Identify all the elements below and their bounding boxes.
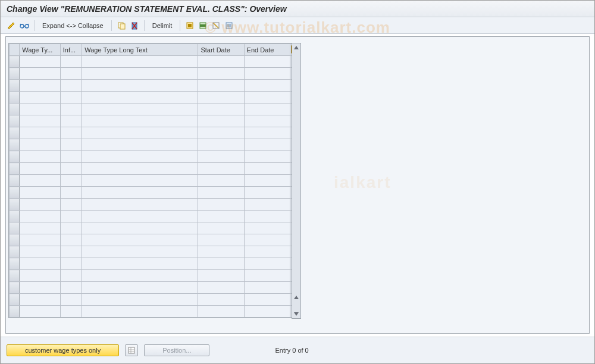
cell[interactable]: [60, 258, 82, 270]
cell[interactable]: [20, 246, 61, 258]
cell[interactable]: [60, 115, 82, 127]
customer-wage-types-button[interactable]: customer wage types only: [7, 344, 119, 356]
cell[interactable]: [198, 199, 244, 211]
cell[interactable]: [20, 270, 61, 282]
row-marker[interactable]: [10, 187, 20, 199]
cell[interactable]: [82, 282, 198, 294]
table-row[interactable]: [10, 306, 300, 318]
cell[interactable]: [20, 222, 61, 234]
position-button[interactable]: Position...: [144, 344, 209, 356]
cell[interactable]: [20, 282, 61, 294]
cell[interactable]: [20, 211, 61, 222]
cell[interactable]: [82, 222, 198, 234]
select-all-icon[interactable]: [184, 20, 196, 32]
cell[interactable]: [198, 68, 244, 80]
cell[interactable]: [20, 199, 61, 211]
cell[interactable]: [198, 103, 244, 115]
cell[interactable]: [198, 80, 244, 92]
cell[interactable]: [244, 163, 290, 175]
cell[interactable]: [20, 80, 61, 92]
cell[interactable]: [244, 151, 290, 163]
cell[interactable]: [198, 115, 244, 127]
cell[interactable]: [244, 211, 290, 222]
row-marker[interactable]: [10, 282, 20, 294]
cell[interactable]: [244, 115, 290, 127]
cell[interactable]: [244, 222, 290, 234]
cell[interactable]: [244, 80, 290, 92]
data-grid[interactable]: Wage Ty... Inf... Wage Type Long Text St…: [8, 43, 301, 318]
cell[interactable]: [198, 211, 244, 222]
table-row[interactable]: [10, 127, 300, 139]
position-icon-button[interactable]: [125, 344, 138, 356]
cell[interactable]: [82, 103, 198, 115]
row-marker[interactable]: [10, 163, 20, 175]
table-row[interactable]: [10, 211, 300, 222]
table-row[interactable]: [10, 151, 300, 163]
cell[interactable]: [82, 68, 198, 80]
table-row[interactable]: [10, 139, 300, 151]
cell[interactable]: [82, 127, 198, 139]
cell[interactable]: [82, 294, 198, 306]
table-row[interactable]: [10, 246, 300, 258]
cell[interactable]: [82, 175, 198, 187]
cell[interactable]: [20, 234, 61, 246]
cell[interactable]: [20, 306, 61, 318]
copy-icon[interactable]: [115, 20, 127, 32]
vertical-scrollbar[interactable]: [292, 43, 301, 319]
cell[interactable]: [60, 103, 82, 115]
cell[interactable]: [20, 151, 61, 163]
table-row[interactable]: [10, 163, 300, 175]
cell[interactable]: [244, 103, 290, 115]
cell[interactable]: [20, 187, 61, 199]
cell[interactable]: [198, 92, 244, 103]
cell[interactable]: [82, 115, 198, 127]
cell[interactable]: [60, 234, 82, 246]
cell[interactable]: [60, 187, 82, 199]
cell[interactable]: [20, 258, 61, 270]
cell[interactable]: [82, 234, 198, 246]
cell[interactable]: [244, 294, 290, 306]
table-row[interactable]: [10, 234, 300, 246]
cell[interactable]: [244, 199, 290, 211]
cell[interactable]: [60, 80, 82, 92]
col-inf[interactable]: Inf...: [60, 44, 82, 56]
table-row[interactable]: [10, 103, 300, 115]
cell[interactable]: [244, 282, 290, 294]
cell[interactable]: [60, 270, 82, 282]
cell[interactable]: [20, 139, 61, 151]
cell[interactable]: [60, 222, 82, 234]
row-marker[interactable]: [10, 92, 20, 103]
table-row[interactable]: [10, 92, 300, 103]
row-marker[interactable]: [10, 103, 20, 115]
cell[interactable]: [20, 115, 61, 127]
table-row[interactable]: [10, 115, 300, 127]
table-row[interactable]: [10, 187, 300, 199]
cell[interactable]: [198, 258, 244, 270]
cell[interactable]: [244, 258, 290, 270]
cell[interactable]: [244, 234, 290, 246]
table-row[interactable]: [10, 222, 300, 234]
row-marker[interactable]: [10, 175, 20, 187]
row-marker-header[interactable]: [10, 44, 20, 56]
row-marker[interactable]: [10, 151, 20, 163]
cell[interactable]: [60, 68, 82, 80]
cell[interactable]: [82, 80, 198, 92]
cell[interactable]: [198, 282, 244, 294]
scroll-down-icon[interactable]: [292, 310, 300, 318]
cell[interactable]: [198, 270, 244, 282]
cell[interactable]: [198, 187, 244, 199]
cell[interactable]: [198, 294, 244, 306]
cell[interactable]: [60, 163, 82, 175]
cell[interactable]: [82, 211, 198, 222]
row-marker[interactable]: [10, 56, 20, 68]
select-block-icon[interactable]: [197, 20, 209, 32]
cell[interactable]: [20, 92, 61, 103]
cell[interactable]: [82, 199, 198, 211]
cell[interactable]: [60, 151, 82, 163]
cell[interactable]: [244, 56, 290, 68]
cell[interactable]: [244, 92, 290, 103]
delete-icon[interactable]: [129, 20, 140, 32]
row-marker[interactable]: [10, 199, 20, 211]
deselect-all-icon[interactable]: [210, 20, 222, 32]
table-row[interactable]: [10, 56, 300, 68]
